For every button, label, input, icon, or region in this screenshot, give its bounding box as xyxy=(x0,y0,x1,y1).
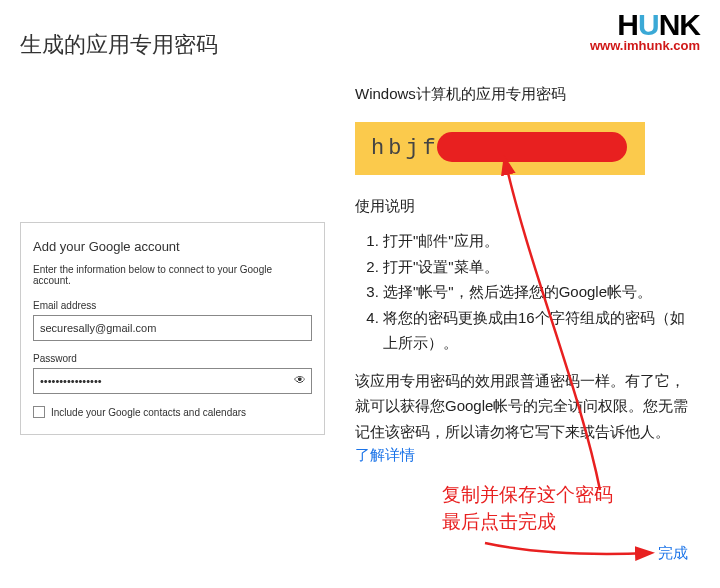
include-label: Include your Google contacts and calenda… xyxy=(51,407,246,418)
done-button[interactable]: 完成 xyxy=(658,544,688,563)
list-item: 将您的密码更换成由16个字符组成的密码（如上所示）。 xyxy=(383,305,695,356)
annotation-line1: 复制并保存这个密码 xyxy=(442,484,613,505)
main-content: Windows计算机的应用专用密码 hbjf 使用说明 打开"邮件"应用。 打开… xyxy=(355,85,695,465)
redaction-overlay xyxy=(437,132,627,162)
password-text: hbjf xyxy=(371,136,440,161)
password-label: Password xyxy=(33,353,312,364)
password-field[interactable] xyxy=(33,368,312,394)
logo-text: HUNK xyxy=(590,8,700,42)
card-title: Add your Google account xyxy=(33,239,312,254)
page-title: 生成的应用专用密码 xyxy=(20,30,218,60)
explanation-paragraph: 该应用专用密码的效用跟普通密码一样。有了它，就可以获得您Google帐号的完全访… xyxy=(355,368,695,445)
password-subtitle: Windows计算机的应用专用密码 xyxy=(355,85,695,104)
eye-icon[interactable]: 👁 xyxy=(294,373,306,387)
logo-url: www.imhunk.com xyxy=(590,38,700,53)
generated-password-box: hbjf xyxy=(355,122,645,175)
checkbox-icon xyxy=(33,406,45,418)
include-contacts-checkbox[interactable]: Include your Google contacts and calenda… xyxy=(33,406,312,418)
instructions-list: 打开"邮件"应用。 打开"设置"菜单。 选择"帐号"，然后选择您的Google帐… xyxy=(383,228,695,356)
red-annotation: 复制并保存这个密码 最后点击完成 xyxy=(442,482,613,535)
card-description: Enter the information below to connect t… xyxy=(33,264,312,286)
annotation-line2: 最后点击完成 xyxy=(442,511,556,532)
list-item: 选择"帐号"，然后选择您的Google帐号。 xyxy=(383,279,695,305)
list-item: 打开"邮件"应用。 xyxy=(383,228,695,254)
email-label: Email address xyxy=(33,300,312,311)
list-item: 打开"设置"菜单。 xyxy=(383,254,695,280)
brand-logo: HUNK www.imhunk.com xyxy=(590,8,700,53)
google-account-card: Add your Google account Enter the inform… xyxy=(20,222,325,435)
instructions-heading: 使用说明 xyxy=(355,197,695,216)
learn-more-link[interactable]: 了解详情 xyxy=(355,446,415,465)
email-field[interactable] xyxy=(33,315,312,341)
